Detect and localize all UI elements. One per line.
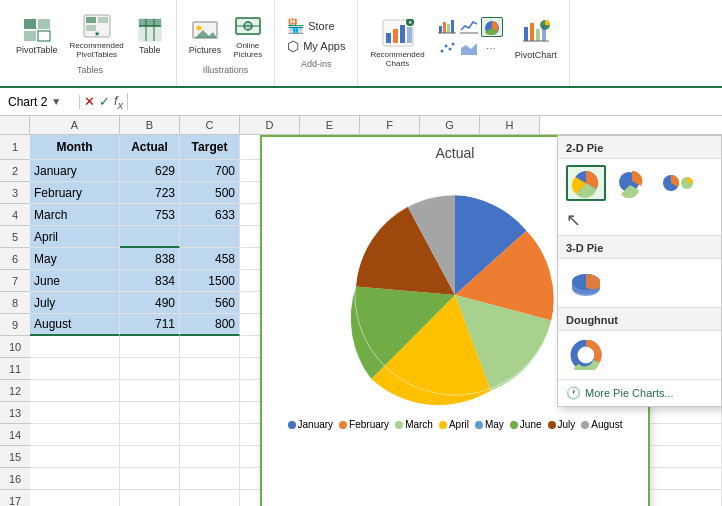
col-header-h[interactable]: H [480, 116, 540, 134]
cell-a13[interactable] [30, 402, 120, 424]
cell-a16[interactable] [30, 468, 120, 490]
cell-c2[interactable]: 700 [180, 160, 240, 182]
row-header-10[interactable]: 10 [0, 336, 30, 358]
legend-may: May [475, 419, 504, 430]
cell-a7[interactable]: June [30, 270, 120, 292]
cell-ref-dropdown[interactable]: ▼ [51, 96, 61, 107]
store-button[interactable]: 🏪 Store [283, 17, 338, 35]
more-pie-charts-link[interactable]: 🕐 More Pie Charts... [558, 380, 721, 406]
row-header-5[interactable]: 5 [0, 226, 30, 248]
cell-b6[interactable]: 838 [120, 248, 180, 270]
legend-march: March [395, 419, 433, 430]
row-header-8[interactable]: 8 [0, 292, 30, 314]
row-header-14[interactable]: 14 [0, 424, 30, 446]
chart-dropdown-area [404, 0, 569, 88]
col-header-d[interactable]: D [240, 116, 300, 134]
row-header-16[interactable]: 16 [0, 468, 30, 490]
cell-a2[interactable]: January [30, 160, 120, 182]
cell-c7[interactable]: 1500 [180, 270, 240, 292]
cell-a10[interactable] [30, 336, 120, 358]
cell-a1[interactable]: Month [30, 135, 120, 160]
cell-c9[interactable]: 800 [180, 314, 240, 336]
confirm-formula-icon[interactable]: ✓ [99, 94, 110, 109]
col-header-a[interactable]: A [30, 116, 120, 134]
col-header-e[interactable]: E [300, 116, 360, 134]
svg-point-54 [581, 350, 591, 360]
row-header-11[interactable]: 11 [0, 358, 30, 380]
legend-april: April [439, 419, 469, 430]
cell-b9[interactable]: 711 [120, 314, 180, 336]
cell-a9[interactable]: August [30, 314, 120, 336]
row-header-2[interactable]: 2 [0, 160, 30, 182]
insert-function-icon[interactable]: fx [114, 93, 123, 111]
cell-b8[interactable]: 490 [120, 292, 180, 314]
pie-2d-option[interactable] [566, 165, 606, 201]
row-header-4[interactable]: 4 [0, 204, 30, 226]
cell-c8[interactable]: 560 [180, 292, 240, 314]
table-button[interactable]: Table [132, 16, 168, 57]
cell-b3[interactable]: 723 [120, 182, 180, 204]
online-pictures-label: OnlinePictures [233, 41, 262, 59]
table-icon [138, 18, 162, 45]
cell-a17[interactable] [30, 490, 120, 506]
cell-c5[interactable] [180, 226, 240, 248]
cell-b7[interactable]: 834 [120, 270, 180, 292]
formula-icons-group: ✕ ✓ fx [80, 93, 128, 111]
pie-of-pie-option[interactable] [658, 165, 698, 201]
chart-type-dropdown[interactable]: 2-D Pie [557, 135, 722, 407]
cell-a6[interactable]: May [30, 248, 120, 270]
cell-c1[interactable]: Target [180, 135, 240, 160]
cell-b1[interactable]: Actual [120, 135, 180, 160]
row-header-6[interactable]: 6 [0, 248, 30, 270]
pie-3d-option[interactable] [566, 265, 606, 301]
row-header-17[interactable]: 17 [0, 490, 30, 506]
col-header-c[interactable]: C [180, 116, 240, 134]
cell-a8[interactable]: July [30, 292, 120, 314]
row-header-13[interactable]: 13 [0, 402, 30, 424]
cell-b4[interactable]: 753 [120, 204, 180, 226]
cell-a12[interactable] [30, 380, 120, 402]
cancel-formula-icon[interactable]: ✕ [84, 94, 95, 109]
cell-c4[interactable]: 633 [180, 204, 240, 226]
cell-b2[interactable]: 629 [120, 160, 180, 182]
cell-a15[interactable] [30, 446, 120, 468]
online-pictures-button[interactable]: OnlinePictures [229, 12, 266, 61]
cell-a3[interactable]: February [30, 182, 120, 204]
illustrations-group-label: Illustrations [203, 65, 249, 75]
legend-dot-april [439, 421, 447, 429]
legend-label-january: January [298, 419, 334, 430]
formula-input[interactable] [128, 95, 722, 109]
col-header-g[interactable]: G [420, 116, 480, 134]
svg-rect-5 [86, 17, 96, 23]
row-header-7[interactable]: 7 [0, 270, 30, 292]
svg-rect-3 [38, 31, 50, 41]
recommended-pivot-button[interactable]: ★ RecommendedPivotTables [66, 12, 128, 61]
row-header-9[interactable]: 9 [0, 314, 30, 336]
cell-c6[interactable]: 458 [180, 248, 240, 270]
cell-b5[interactable] [120, 226, 180, 248]
col-header-f[interactable]: F [360, 116, 420, 134]
cell-c3[interactable]: 500 [180, 182, 240, 204]
legend-february: February [339, 419, 389, 430]
cell-reference[interactable]: Chart 2 ▼ [0, 95, 80, 109]
cell-a4[interactable]: March [30, 204, 120, 226]
col-header-b[interactable]: B [120, 116, 180, 134]
pivot-table-button[interactable]: PivotTable [12, 16, 62, 57]
pictures-button[interactable]: Pictures [185, 16, 226, 57]
my-apps-button[interactable]: ⬡ My Apps [283, 37, 349, 55]
row-header-12[interactable]: 12 [0, 380, 30, 402]
row-headers: 1 2 3 4 5 6 7 8 9 10 11 12 13 14 15 16 1… [0, 135, 30, 506]
legend-label-april: April [449, 419, 469, 430]
svg-rect-21 [386, 33, 391, 43]
cell-a5[interactable]: April [30, 226, 120, 248]
my-apps-icon: ⬡ [287, 39, 299, 53]
pie-exploded-option[interactable] [612, 165, 652, 201]
row-header-3[interactable]: 3 [0, 182, 30, 204]
pivot-table-label: PivotTable [16, 45, 58, 55]
row-header-1[interactable]: 1 [0, 135, 30, 160]
cell-a11[interactable] [30, 358, 120, 380]
cell-a14[interactable] [30, 424, 120, 446]
section-title-2d-pie: 2-D Pie [558, 136, 721, 159]
doughnut-option[interactable] [566, 337, 606, 373]
row-header-15[interactable]: 15 [0, 446, 30, 468]
